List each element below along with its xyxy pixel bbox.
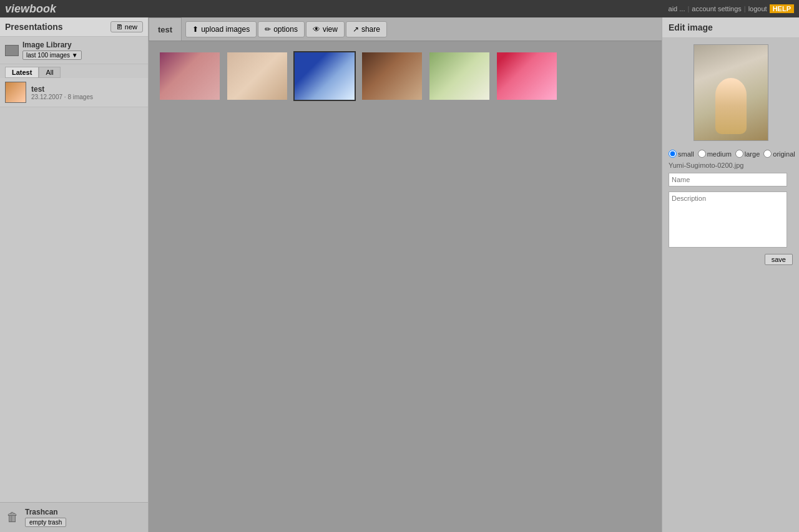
sidebar: Presentations 🖹 new Image Library last 1…	[0, 17, 149, 532]
tab-bar: test ⬆ upload images ✏ options 👁 view ↗ …	[149, 17, 662, 41]
image-thumb-2[interactable]	[226, 51, 288, 101]
size-original-text: original	[773, 150, 795, 158]
preview-figure	[715, 78, 747, 134]
image-description-textarea[interactable]	[669, 191, 787, 248]
size-options: small medium large original	[662, 147, 799, 160]
image-library-section: Image Library last 100 images ▼	[0, 37, 148, 64]
topbar: viewbook aid ... | account settings | lo…	[0, 0, 799, 17]
size-small-radio[interactable]	[669, 150, 677, 158]
preview-background	[694, 45, 768, 140]
edit-image-header: Edit image	[662, 17, 799, 38]
size-small-text: small	[678, 150, 694, 158]
size-small-label[interactable]: small	[669, 150, 694, 158]
presentation-thumbnail	[5, 82, 26, 103]
trash-info: Trashcan empty trash	[25, 508, 66, 527]
filename-label: Yumi-Sugimoto-0200.jpg	[662, 160, 799, 170]
empty-trash-button[interactable]: empty trash	[25, 518, 66, 527]
preview-image	[694, 44, 768, 141]
size-medium-label[interactable]: medium	[698, 150, 732, 158]
share-icon: ↗	[353, 25, 359, 34]
thumbnail-image-4	[362, 52, 422, 100]
size-large-radio[interactable]	[735, 150, 743, 158]
thumbnail-image-6	[497, 52, 557, 100]
last-100-button[interactable]: last 100 images ▼	[22, 51, 82, 60]
new-icon: 🖹	[116, 23, 123, 31]
toolbar: ⬆ upload images ✏ options 👁 view ↗ share	[182, 17, 391, 41]
size-large-text: large	[745, 150, 760, 158]
view-icon: 👁	[313, 25, 320, 34]
right-panel: Edit image small medium large	[662, 17, 799, 532]
image-library-title: Image Library	[22, 41, 82, 49]
share-button[interactable]: ↗ share	[346, 21, 387, 37]
view-button[interactable]: 👁 view	[306, 21, 345, 37]
tab-latest[interactable]: Latest	[5, 67, 39, 78]
trash-icon: 🗑	[5, 509, 20, 526]
sidebar-header: Presentations 🖹 new	[0, 17, 148, 37]
account-settings-link[interactable]: account settings	[692, 5, 742, 12]
presentation-meta: 23.12.2007 · 8 images	[31, 94, 93, 100]
main-layout: Presentations 🖹 new Image Library last 1…	[0, 17, 799, 532]
presentation-name: test	[31, 85, 93, 94]
presentations-list: test 23.12.2007 · 8 images	[0, 78, 148, 502]
size-original-label[interactable]: original	[763, 150, 795, 158]
new-presentation-button[interactable]: 🖹 new	[110, 21, 143, 32]
image-thumb-1[interactable]	[159, 51, 221, 101]
trashcan-label: Trashcan	[25, 508, 66, 516]
content-area: test ⬆ upload images ✏ options 👁 view ↗ …	[149, 17, 662, 532]
thumbnail-image-1	[160, 52, 220, 100]
list-item[interactable]: test 23.12.2007 · 8 images	[0, 78, 148, 107]
separator: |	[744, 5, 746, 12]
image-library-row: Image Library last 100 images ▼	[5, 41, 143, 60]
options-button[interactable]: ✏ options	[258, 21, 305, 37]
image-thumb-3[interactable]	[293, 51, 356, 101]
tab-all[interactable]: All	[39, 67, 60, 78]
presentations-title: Presentations	[5, 22, 63, 32]
options-icon: ✏	[265, 25, 271, 34]
library-icon	[5, 45, 19, 56]
logout-link[interactable]: logout	[748, 5, 767, 12]
thumbnail-image-5	[429, 52, 489, 100]
size-medium-radio[interactable]	[698, 150, 706, 158]
size-medium-text: medium	[707, 150, 732, 158]
upload-icon: ⬆	[192, 25, 199, 34]
image-thumb-6[interactable]	[496, 51, 558, 101]
content-tab-test[interactable]: test	[149, 17, 182, 41]
size-large-label[interactable]: large	[735, 150, 760, 158]
presentation-info: test 23.12.2007 · 8 images	[31, 85, 93, 100]
separator: |	[687, 5, 689, 12]
library-tabs: Latest All	[0, 64, 148, 78]
image-name-input[interactable]	[669, 173, 787, 186]
topbar-nav: aid ... | account settings | logout HELP	[669, 4, 794, 13]
save-button[interactable]: save	[765, 254, 793, 265]
image-library-info: Image Library last 100 images ▼	[22, 41, 82, 60]
edit-image-preview	[662, 38, 799, 147]
app-logo: viewbook	[5, 2, 56, 16]
thumbnail-image-3	[295, 52, 355, 100]
trashcan-section: 🗑 Trashcan empty trash	[0, 502, 148, 532]
image-thumb-5[interactable]	[428, 51, 491, 101]
thumbnail-image-2	[227, 52, 287, 100]
upload-images-button[interactable]: ⬆ upload images	[185, 21, 257, 37]
size-original-radio[interactable]	[763, 150, 772, 158]
image-thumb-4[interactable]	[361, 51, 423, 101]
image-grid	[149, 41, 662, 111]
aid-link[interactable]: aid ...	[669, 5, 685, 12]
help-button[interactable]: HELP	[770, 4, 794, 13]
